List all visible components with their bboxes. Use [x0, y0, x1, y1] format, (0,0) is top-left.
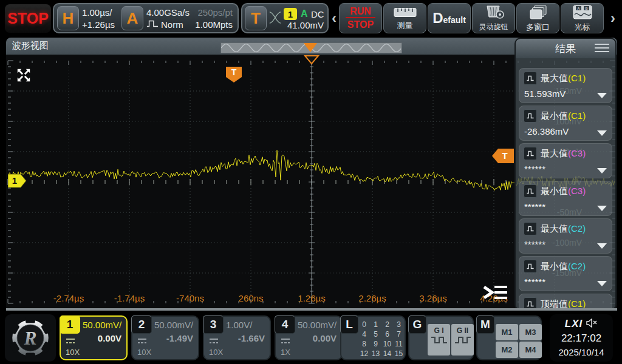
channel4-button[interactable]: 4 50.00mV/ 0.00V 1X — [275, 315, 343, 360]
horizontal-acquire-group: H 1.00µs/ +1.26µs A 4.00GSa/s Norm 250ps… — [53, 3, 239, 33]
logic-badge: L — [340, 315, 358, 334]
toolbar-scroll-left[interactable]: ‹ — [330, 10, 338, 27]
channel3-offset: -1.66V — [238, 333, 265, 343]
trigger-level-value: 41.00mV — [287, 20, 324, 30]
logic-digit-grid: 0123 4567 891011 12131415 — [358, 320, 405, 359]
default-rest: efault — [443, 15, 466, 25]
measurement-card[interactable]: 最小值(C2) ****** — [519, 256, 612, 291]
channel3-probe: 10X — [209, 348, 223, 357]
chevron-down-icon[interactable] — [597, 281, 607, 286]
channel4-badge: 4 — [275, 315, 295, 334]
windows-icon — [529, 5, 547, 22]
smart-knob-label: 灵动旋钮 — [479, 22, 508, 31]
svg-text:R: R — [23, 328, 36, 349]
lxi-label: LXI — [565, 318, 583, 330]
measurement-value: -26.386mV — [524, 126, 569, 136]
top-bar: STOP H 1.00µs/ +1.26µs A 4.00GSa/s Norm … — [0, 0, 622, 36]
trigger-coupling: DC — [311, 9, 324, 19]
measurement-value: ****** — [524, 239, 545, 249]
waveform-menu-icon[interactable] — [482, 283, 508, 305]
measurement-pulse-icon — [524, 109, 537, 123]
math3-button[interactable]: M3 — [519, 324, 542, 340]
cursor-icon: AB — [573, 5, 592, 22]
toolbar-scroll-right[interactable]: › — [609, 10, 617, 27]
generator1-button[interactable]: G I — [428, 324, 450, 356]
record-trigger-position-marker[interactable] — [304, 43, 317, 52]
svg-text:B: B — [585, 7, 587, 10]
multi-window-button[interactable]: 多窗口 — [516, 3, 559, 33]
chevron-down-icon[interactable] — [597, 206, 607, 211]
measurement-pulse-icon — [524, 184, 537, 198]
channel2-button[interactable]: 2 50.00mV/ -1.49V 10X — [131, 315, 199, 360]
sample-rate[interactable]: 4.00GSa/s — [146, 7, 190, 18]
channel3-badge: 3 — [203, 315, 224, 334]
acquire-icon[interactable]: A — [121, 6, 143, 30]
channel2-probe: 10X — [137, 348, 151, 357]
horizontal-position[interactable]: +1.26µs — [82, 19, 115, 30]
trigger-edge-icon — [268, 10, 282, 28]
knob-icon — [483, 5, 505, 21]
expand-icon[interactable] — [16, 67, 32, 86]
measurement-label: 最大值(C2) — [541, 223, 586, 235]
measurement-card[interactable]: 最小值(C1) -26.386mV — [519, 106, 612, 141]
results-panel: 结果 最大值(C1) 51.593mV 最小值(C1) -26.386mV — [514, 38, 617, 311]
logic-channels-button[interactable]: L 0123 4567 891011 12131415 — [340, 315, 406, 360]
math2-button[interactable]: M2 — [496, 342, 518, 358]
generator2-button[interactable]: G II — [451, 324, 474, 356]
clock-date: 2025/10/14 — [550, 347, 613, 357]
default-button[interactable]: Default — [428, 3, 471, 33]
trigger-time-flag[interactable]: T — [226, 67, 242, 86]
measurement-pulse-icon — [524, 72, 537, 85]
channel2-badge: 2 — [131, 315, 152, 334]
measurement-card[interactable]: 最大值(C2) ****** — [519, 218, 612, 254]
cursor-label: 光标 — [575, 23, 590, 32]
measurement-card[interactable]: 最小值(C3) ****** — [519, 181, 612, 216]
measurement-label: 最小值(C2) — [541, 261, 586, 272]
trigger-group[interactable]: T 1 A DC 41.00mV — [241, 3, 329, 33]
math4-button[interactable]: M4 — [519, 342, 542, 358]
cursor-button[interactable]: AB 光标 — [561, 3, 604, 33]
svg-text:T: T — [502, 150, 507, 161]
memory-depth[interactable]: 1.00Mpts — [195, 19, 233, 30]
channel4-scale: 50.00mV/ — [298, 320, 337, 330]
acquire-mode[interactable]: Norm — [146, 19, 183, 30]
chevron-down-icon[interactable] — [597, 243, 607, 249]
square-wave-icon — [454, 335, 472, 345]
default-initial: D — [432, 10, 443, 26]
measurement-card[interactable]: 最大值(C1) 51.593mV — [519, 68, 612, 103]
trigger-delay-marker[interactable] — [304, 55, 320, 67]
oscilloscope-screen: STOP H 1.00µs/ +1.26µs A 4.00GSa/s Norm … — [0, 0, 622, 364]
generator-button[interactable]: G G I G II — [408, 315, 474, 360]
channel3-button[interactable]: 3 1.00V/ -1.66V 10X — [203, 315, 271, 360]
stop-status-button[interactable]: STOP — [5, 4, 51, 33]
multi-window-label: 多窗口 — [526, 23, 550, 32]
waveform-frame-edge — [6, 308, 617, 311]
dc-coupling-icon — [209, 336, 219, 347]
measurement-label: 最小值(C1) — [541, 110, 586, 122]
chevron-down-icon[interactable] — [597, 130, 607, 136]
results-header[interactable]: 结果 — [516, 39, 615, 58]
horizontal-scale[interactable]: 1.00µs/ — [82, 7, 112, 18]
sound-muted-icon[interactable] — [586, 318, 598, 330]
measure-label: 测量 — [397, 21, 413, 30]
trigger-level-marker[interactable]: T — [492, 149, 514, 166]
math-button[interactable]: M M1 M3 M2 M4 — [476, 315, 542, 360]
channel1-button[interactable]: 1 50.00mV/ 0.00V 10X — [60, 315, 128, 360]
chevron-down-icon[interactable] — [597, 93, 607, 98]
results-menu-icon[interactable] — [595, 44, 609, 52]
measurement-value: ****** — [524, 277, 545, 287]
smart-knob-button[interactable]: 灵动旋钮 — [472, 3, 515, 33]
channel4-offset: 0.00V — [313, 333, 337, 343]
run-stop-button[interactable]: RUN STOP — [339, 3, 382, 33]
dc-coupling-icon — [281, 336, 290, 347]
measurement-pulse-icon — [524, 147, 537, 160]
measure-button[interactable]: 测量 — [383, 3, 426, 33]
dc-coupling-icon — [137, 336, 147, 347]
math1-button[interactable]: M1 — [496, 324, 518, 340]
channel1-ground-marker[interactable]: 1 — [8, 174, 27, 190]
measurement-card[interactable]: 最大值(C3) ****** — [519, 143, 612, 178]
svg-text:A: A — [577, 7, 579, 10]
chevron-down-icon[interactable] — [597, 168, 607, 174]
measurement-label: 最大值(C1) — [541, 73, 586, 84]
horizontal-icon[interactable]: H — [57, 6, 79, 30]
